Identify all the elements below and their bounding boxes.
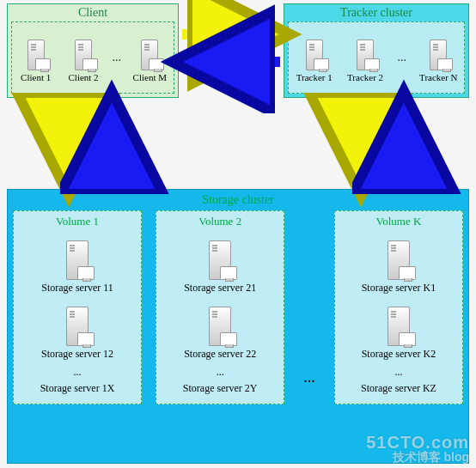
tracker-label: Tracker 2 xyxy=(347,72,383,82)
storage-label-last: Storage server 2Y xyxy=(160,380,280,397)
watermark: 51CTO.com 技术博客 blog xyxy=(366,434,469,463)
client-inner: Client 1 Client 2 ... Client M xyxy=(11,21,174,94)
client-label: Client 2 xyxy=(68,72,98,82)
server-icon xyxy=(201,232,239,280)
client-node-1: Client 1 xyxy=(15,33,57,82)
client-node-2: Client 2 xyxy=(63,33,104,82)
client-node-m: Client M xyxy=(129,33,170,82)
server-icon xyxy=(424,33,453,70)
tracker-label: Tracker 1 xyxy=(296,72,333,82)
volume-2: Volume 2 Storage server 21 Storage serve… xyxy=(156,210,284,404)
volume-title: Volume 2 xyxy=(160,215,280,228)
tracker-node-n: Tracker N xyxy=(418,33,459,82)
server-icon xyxy=(380,298,418,346)
server-icon xyxy=(69,33,98,70)
storage-node: Storage server 11 xyxy=(17,232,137,295)
storage-label-last: Storage server KZ xyxy=(339,380,459,397)
ellipsis: ... xyxy=(339,364,459,380)
tracker-inner: Tracker 1 Tracker 2 ... Tracker N xyxy=(288,21,465,94)
storage-node: Storage server 22 xyxy=(160,298,280,361)
tracker-node-1: Tracker 1 xyxy=(294,33,335,82)
volume-k: Volume K Storage server K1 Storage serve… xyxy=(334,210,463,404)
storage-node: Storage server 21 xyxy=(160,232,280,295)
storage-label: Storage server K2 xyxy=(362,348,436,361)
volume-1: Volume 1 Storage server 11 Storage serve… xyxy=(13,210,142,404)
volume-ellipsis: ... xyxy=(298,368,320,386)
storage-label: Storage server K1 xyxy=(362,282,436,295)
storage-cluster: Storage cluster Volume 1 Storage server … xyxy=(7,189,469,464)
server-icon xyxy=(351,33,380,70)
storage-cluster-title: Storage cluster xyxy=(8,190,468,207)
storage-node: Storage server K2 xyxy=(339,298,459,361)
server-icon xyxy=(300,33,329,70)
tracker-label: Tracker N xyxy=(419,72,458,82)
storage-label: Storage server 21 xyxy=(184,282,256,295)
server-icon xyxy=(58,298,96,346)
server-icon xyxy=(380,232,418,280)
volume-title: Volume K xyxy=(339,215,459,228)
server-icon xyxy=(21,33,51,70)
storage-label-last: Storage server 1X xyxy=(17,380,137,397)
volume-title: Volume 1 xyxy=(17,215,137,228)
storage-body: Volume 1 Storage server 11 Storage serve… xyxy=(13,210,463,458)
tracker-cluster-title: Tracker cluster xyxy=(284,4,468,21)
storage-node: Storage server 12 xyxy=(17,298,137,361)
storage-label: Storage server 12 xyxy=(41,348,113,361)
client-label: Client M xyxy=(133,72,167,82)
ellipsis: ... xyxy=(395,51,408,64)
server-icon xyxy=(201,298,239,346)
watermark-line2: 技术博客 blog xyxy=(366,451,469,463)
server-icon xyxy=(135,33,164,70)
storage-label: Storage server 11 xyxy=(41,282,113,295)
tracker-cluster: Tracker cluster Tracker 1 Tracker 2 ... … xyxy=(284,3,469,98)
tracker-node-2: Tracker 2 xyxy=(345,33,386,82)
client-cluster: Client Client 1 Client 2 ... Client M xyxy=(7,3,179,98)
ellipsis: ... xyxy=(17,364,137,380)
server-icon xyxy=(58,232,96,280)
storage-label: Storage server 22 xyxy=(184,348,256,361)
ellipsis: ... xyxy=(110,51,123,64)
watermark-line1: 51CTO.com xyxy=(366,434,469,451)
client-label: Client 1 xyxy=(21,72,51,82)
client-cluster-title: Client xyxy=(8,4,178,21)
ellipsis: ... xyxy=(160,364,280,380)
storage-node: Storage server K1 xyxy=(339,232,459,295)
